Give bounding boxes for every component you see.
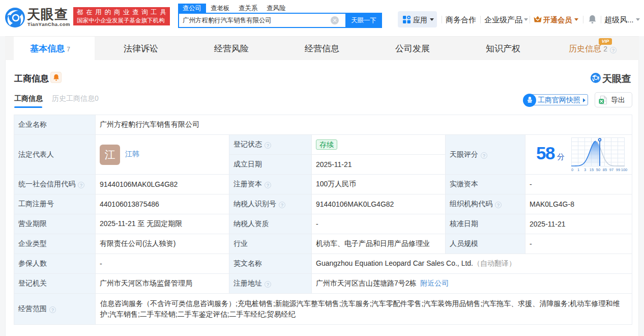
- svg-text:天眼查: 天眼查: [602, 73, 631, 84]
- svg-text:15: 15: [590, 167, 594, 172]
- svg-text:99: 99: [616, 167, 620, 172]
- svg-text:1: 1: [577, 167, 579, 172]
- svg-text:50: 50: [596, 167, 600, 172]
- svg-text:85: 85: [603, 167, 607, 172]
- svg-text:100: 100: [621, 167, 628, 172]
- svg-text:3: 3: [584, 167, 586, 172]
- svg-text:97: 97: [609, 167, 613, 172]
- svg-text:0: 0: [571, 167, 573, 172]
